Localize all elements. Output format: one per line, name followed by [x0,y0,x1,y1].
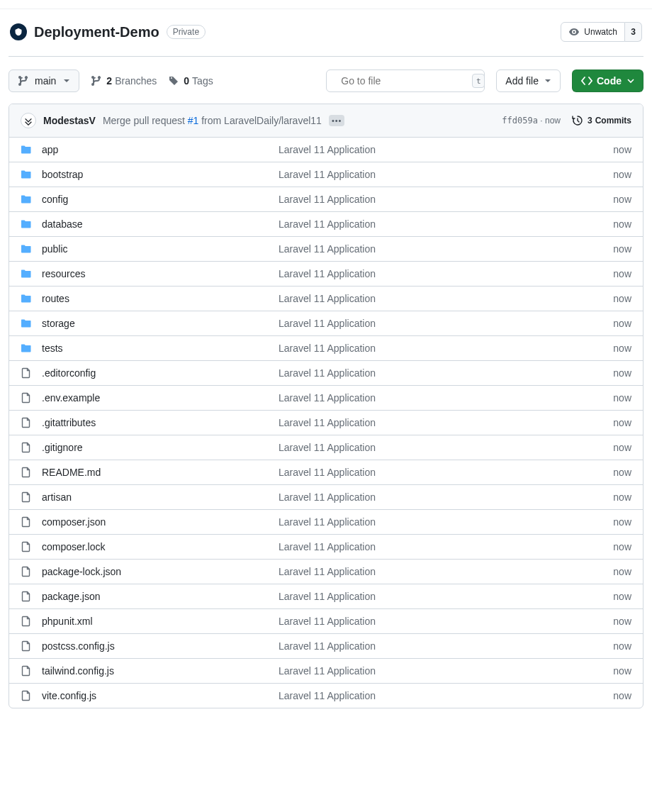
file-commit-message[interactable]: Laravel 11 Application [279,243,376,255]
file-name-link[interactable]: .editorconfig [42,367,96,379]
file-commit-message[interactable]: Laravel 11 Application [279,541,376,552]
file-name-link[interactable]: public [42,243,68,255]
file-icon [21,516,32,528]
add-file-label: Add file [505,75,539,87]
file-commit-message[interactable]: Laravel 11 Application [279,218,376,230]
file-commit-message[interactable]: Laravel 11 Application [279,367,376,379]
file-name-link[interactable]: package.json [42,591,101,602]
file-icon-cell [21,690,32,701]
file-commit-message[interactable]: Laravel 11 Application [279,591,376,602]
commit-sha[interactable]: ffd059a [502,116,538,126]
file-commit-message[interactable]: Laravel 11 Application [279,293,376,304]
file-commit-message[interactable]: Laravel 11 Application [279,690,376,701]
unwatch-button[interactable]: Unwatch [561,22,625,42]
folder-icon-cell [21,268,32,279]
commit-author-avatar[interactable] [21,113,36,128]
file-name-link[interactable]: storage [42,318,75,329]
file-commit-message[interactable]: Laravel 11 Application [279,343,376,354]
file-name-link[interactable]: package-lock.json [42,566,121,577]
commits-link[interactable]: 3 Commits [572,115,631,126]
folder-icon [21,169,32,180]
org-avatar[interactable] [10,23,27,40]
file-icon [21,392,32,404]
file-time: now [613,243,631,255]
folder-icon-cell [21,318,32,329]
folder-icon-cell [21,218,32,230]
file-time: now [613,566,631,577]
file-commit-message[interactable]: Laravel 11 Application [279,194,376,205]
commit-time: now [545,116,561,126]
file-time: now [613,616,631,627]
file-name-link[interactable]: routes [42,293,69,304]
file-name-link[interactable]: postcss.config.js [42,640,115,652]
file-name-link[interactable]: artisan [42,491,72,503]
file-time: now [613,268,631,279]
file-commit-message[interactable]: Laravel 11 Application [279,392,376,404]
file-name-link[interactable]: app [42,144,58,155]
tags-label: Tags [192,75,213,87]
tags-link[interactable]: 0 Tags [168,75,213,87]
file-commit-message[interactable]: Laravel 11 Application [279,640,376,652]
commit-message[interactable]: Merge pull request #1 from LaravelDaily/… [103,115,322,126]
file-commit-message[interactable]: Laravel 11 Application [279,665,376,677]
file-icon [21,442,32,453]
file-commit-message[interactable]: Laravel 11 Application [279,169,376,180]
file-search-input[interactable] [339,74,466,87]
file-name-link[interactable]: phpunit.xml [42,616,93,627]
branches-link[interactable]: 2 Branches [91,75,157,87]
folder-icon [21,268,32,279]
branch-icon [18,75,29,87]
file-search[interactable]: t [326,69,485,92]
repo-name[interactable]: Deployment-Demo [34,24,159,40]
file-time: now [613,218,631,230]
file-name-link[interactable]: .gitignore [42,442,83,453]
file-name-link[interactable]: config [42,194,68,205]
file-commit-message[interactable]: Laravel 11 Application [279,467,376,478]
file-time: now [613,367,631,379]
branch-name: main [35,75,56,87]
branch-select-button[interactable]: main [9,69,79,92]
file-name-link[interactable]: .gitattributes [42,417,96,428]
file-row: vite.config.jsLaravel 11 Applicationnow [9,684,643,708]
file-row: postcss.config.jsLaravel 11 Applicationn… [9,634,643,659]
folder-icon-cell [21,169,32,180]
folder-icon-cell [21,293,32,304]
file-row: bootstrapLaravel 11 Applicationnow [9,162,643,187]
file-time: now [613,665,631,677]
file-time: now [613,343,631,354]
file-name-link[interactable]: resources [42,268,85,279]
file-time: now [613,144,631,155]
code-button[interactable]: Code [572,69,643,92]
file-name-link[interactable]: composer.json [42,516,106,528]
file-row: storageLaravel 11 Applicationnow [9,311,643,336]
file-name-link[interactable]: tailwind.config.js [42,665,114,677]
file-time: now [613,417,631,428]
file-name-link[interactable]: composer.lock [42,541,105,552]
file-commit-message[interactable]: Laravel 11 Application [279,442,376,453]
watch-count[interactable]: 3 [625,22,642,42]
file-name-link[interactable]: bootstrap [42,169,83,180]
file-commit-message[interactable]: Laravel 11 Application [279,566,376,577]
file-row: .editorconfigLaravel 11 Applicationnow [9,361,643,386]
add-file-button[interactable]: Add file [496,69,561,92]
file-name-link[interactable]: README.md [42,467,101,478]
folder-icon [21,218,32,230]
chevron-down-icon [63,77,70,84]
commit-author[interactable]: ModestasV [43,115,96,126]
file-row: publicLaravel 11 Applicationnow [9,237,643,262]
file-name-link[interactable]: database [42,218,83,230]
file-commit-message[interactable]: Laravel 11 Application [279,318,376,329]
file-icon-cell [21,417,32,428]
file-commit-message[interactable]: Laravel 11 Application [279,616,376,627]
file-row: appLaravel 11 Applicationnow [9,138,643,162]
expand-message-button[interactable]: ••• [329,115,345,126]
file-commit-message[interactable]: Laravel 11 Application [279,417,376,428]
pr-link[interactable]: #1 [188,115,199,126]
file-name-link[interactable]: tests [42,343,63,354]
file-name-link[interactable]: .env.example [42,392,100,404]
file-commit-message[interactable]: Laravel 11 Application [279,491,376,503]
file-commit-message[interactable]: Laravel 11 Application [279,144,376,155]
file-commit-message[interactable]: Laravel 11 Application [279,516,376,528]
file-name-link[interactable]: vite.config.js [42,690,96,701]
file-commit-message[interactable]: Laravel 11 Application [279,268,376,279]
